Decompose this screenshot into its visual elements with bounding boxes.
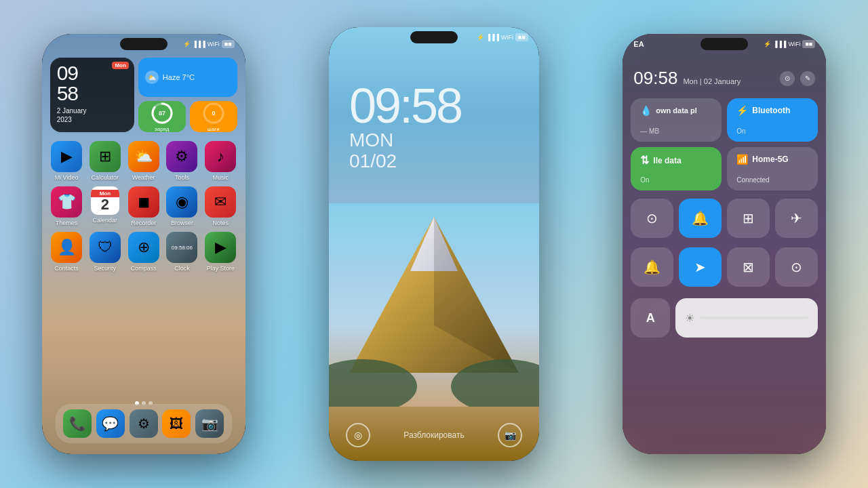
app-item-recorder[interactable]: ◼ Recorder <box>127 186 160 226</box>
app-label: Notes <box>212 220 229 226</box>
dock-item-settings[interactable]: ⚙ <box>130 409 158 438</box>
app-label: Security <box>94 265 117 272</box>
app-item-compass[interactable]: ⊕ Compass <box>127 232 160 272</box>
cc-location2-tile[interactable]: ➤ <box>679 247 722 287</box>
app-icon: ▶ <box>205 232 236 263</box>
app-item-themes[interactable]: 👕 Themes <box>50 186 83 226</box>
app-label: Weather <box>132 174 155 181</box>
phone-3-background <box>623 34 826 454</box>
app-item-play-store[interactable]: ▶ Play Store <box>204 232 237 272</box>
status-icons: ⚡ ▐▐▐ WiFi ■■ <box>183 40 235 48</box>
app-item-calendar[interactable]: Mon 2 Calendar <box>88 186 121 226</box>
app-label: Tools <box>175 174 189 181</box>
widget-clock[interactable]: Mon 09 58 2 January 2023 <box>50 58 134 132</box>
phone-1: ⚡ ▐▐▐ WiFi ■■ Mon 09 58 2 January 2023 ⛅… <box>42 34 245 454</box>
clock-date: 2 January 2023 <box>57 106 127 124</box>
app-label: Contacts <box>54 265 79 272</box>
cc-screen-tile[interactable]: ⊞ <box>727 199 770 238</box>
widget-charge[interactable]: 87 заряд <box>138 101 186 132</box>
dock-icon: ⚙ <box>130 409 158 438</box>
cc-airplane-tile[interactable]: ✈ <box>775 199 818 238</box>
widget-steps[interactable]: 0 шаги <box>190 101 237 132</box>
cc-edit-icon[interactable]: ✎ <box>800 71 815 86</box>
mobile-tile-title: lle data <box>653 156 681 165</box>
bluetooth-tile-sub: On <box>736 127 808 135</box>
dock-icon: 📞 <box>63 409 92 438</box>
lock-time-number: 09:58 <box>349 81 539 130</box>
p2-signal-icon: ▐▐▐ <box>486 34 499 41</box>
app-item-notes[interactable]: ✉ Notes <box>204 186 237 226</box>
dock-item-gallery[interactable]: 🖼 <box>162 409 191 438</box>
app-icon: ♪ <box>205 141 236 172</box>
wifi-tile-title: Home-5G <box>752 155 788 164</box>
app-label: Calculator <box>92 174 119 181</box>
cc-icon-grid-1: ⊙ 🔔 ⊞ ✈ <box>631 199 818 238</box>
app-icon: ⊞ <box>90 141 121 172</box>
brightness-icon: ☀ <box>685 312 694 325</box>
app-item-calculator[interactable]: ⊞ Calculator <box>88 141 121 181</box>
app-item-clock[interactable]: 09:58:06Clock <box>165 232 199 272</box>
widget-bottom-row: 87 заряд 0 шаги <box>138 101 237 132</box>
cc-location-tile[interactable]: ⊙ <box>631 199 673 238</box>
cc-cards-tile[interactable]: ⊠ <box>727 247 770 287</box>
app-icon: ✉ <box>205 186 236 218</box>
widget-right: ⛅ Haze 7°C 87 заряд <box>138 58 237 132</box>
phone-2-status-icons: ⚡ ▐▐▐ WiFi ■■ <box>477 33 528 41</box>
signal-icon: ▐▐▐ <box>193 41 205 47</box>
app-item-contacts[interactable]: 👤 Contacts <box>50 232 83 272</box>
app-label: Music <box>212 174 229 181</box>
data-tile-title: own data pl <box>656 106 697 115</box>
app-icon: 👕 <box>51 186 82 218</box>
app-label: Recorder <box>131 220 156 226</box>
dock-item-phone[interactable]: 📞 <box>63 409 92 438</box>
flashlight-button[interactable]: ◎ <box>346 423 370 447</box>
cc-a-button[interactable]: A <box>631 298 670 338</box>
app-label: Mi Video <box>55 174 79 181</box>
dock-item-camera[interactable]: 📷 <box>195 409 224 438</box>
cc-tile-mobile[interactable]: ⇅ lle data On <box>631 147 722 190</box>
cc-tile-bluetooth[interactable]: ⚡ Bluetooth On <box>727 98 818 142</box>
clock-time: 09 58 <box>57 63 127 104</box>
app-item-browser[interactable]: ◉ Browser <box>165 186 199 226</box>
cc-target-icon[interactable]: ⊙ <box>780 71 795 86</box>
cc-tiles-row1: 💧 own data pl — MB ⚡ Bluetooth On <box>631 98 818 142</box>
cc-tile-wifi[interactable]: 📶 Home-5G Connected <box>727 147 818 190</box>
app-label: Calendar <box>93 217 118 224</box>
widget-weather[interactable]: ⛅ Haze 7°C <box>138 58 237 97</box>
app-item-tools[interactable]: ⚙ Tools <box>165 141 199 181</box>
weather-text: Haze 7°C <box>163 73 195 81</box>
battery-icon: ■■ <box>222 40 235 48</box>
app-icon: 👤 <box>51 232 82 263</box>
dock-item-messages[interactable]: 💬 <box>96 409 125 438</box>
cc-brightness-control[interactable]: ☀ <box>675 298 818 338</box>
app-item-music[interactable]: ♪ Music <box>204 141 237 181</box>
app-item-mi-video[interactable]: ▶ Mi Video <box>50 141 83 181</box>
lock-bottom-bar[interactable]: ◎ Разблокировать 📷 <box>329 423 539 447</box>
app-icon: 🛡 <box>90 232 121 263</box>
app-item-security[interactable]: 🛡 Security <box>88 232 121 272</box>
brightness-slider[interactable] <box>700 317 808 319</box>
cc-record-tile[interactable]: ⊙ <box>775 247 818 287</box>
cc-dnd-tile[interactable]: 🔔 <box>679 199 722 238</box>
lock-date: 01/02 <box>349 151 539 172</box>
app-icon: ⛅ <box>128 141 159 172</box>
p2-wifi-icon: WiFi <box>501 34 513 41</box>
bluetooth-icon: ⚡ <box>183 41 191 47</box>
camera-lock-button[interactable]: 📷 <box>498 423 522 447</box>
app-icon: ⊕ <box>128 232 159 263</box>
cc-tile-mobile-data[interactable]: 💧 own data pl — MB <box>631 98 722 142</box>
app-icon: ⚙ <box>166 141 197 172</box>
phone-2-notch <box>410 31 458 43</box>
wifi-tile-sub: Connected <box>736 176 808 184</box>
cc-time-row: 09:58 Mon | 02 January ⊙ ✎ <box>633 68 815 89</box>
cc-notify-tile[interactable]: 🔔 <box>631 247 673 287</box>
cc-icon-grid-2: 🔔 ➤ ⊠ ⊙ <box>631 247 818 287</box>
app-item-weather[interactable]: ⛅ Weather <box>127 141 160 181</box>
phone-3-notch <box>701 38 748 50</box>
cc-date-display: Mon | 02 January <box>683 77 741 85</box>
phone-3: EA ⚡ ▐▐▐ WiFi ■■ 09:58 Mon | 02 January … <box>623 34 826 454</box>
cc-action-icons: ⊙ ✎ <box>780 71 815 86</box>
app-icon: ▶ <box>51 141 82 172</box>
steps-ring: 0 <box>201 101 226 125</box>
cc-tiles-row2: ⇅ lle data On 📶 Home-5G Connected <box>631 147 818 190</box>
